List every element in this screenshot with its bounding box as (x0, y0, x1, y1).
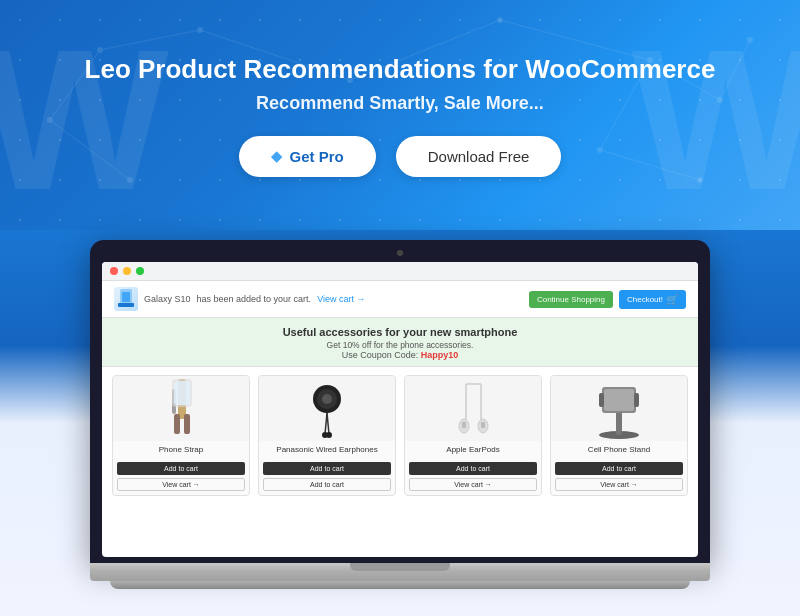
watermark-right: W (631, 20, 800, 220)
product-image-earphones (259, 376, 395, 441)
svg-point-6 (747, 37, 753, 43)
svg-rect-26 (184, 414, 190, 434)
svg-point-10 (697, 177, 703, 183)
cart-bar-right: Continue Shopping Checkout! 🛒 (529, 290, 686, 309)
svg-line-18 (600, 150, 700, 180)
add-to-cart-stand[interactable]: Add to cart (555, 462, 683, 475)
svg-rect-43 (481, 422, 485, 428)
svg-line-11 (100, 30, 200, 50)
svg-point-7 (47, 117, 53, 123)
laptop-screen: Galaxy S10 has been added to your cart. … (102, 262, 698, 557)
products-area: Phone Strap Add to cart View cart → (102, 367, 698, 504)
cart-added-text: has been added to your cart. (197, 294, 312, 304)
view-cart-earpods[interactable]: View cart → (409, 478, 537, 491)
product-name-stand: Cell Phone Stand (551, 441, 687, 458)
svg-point-32 (322, 394, 332, 404)
watermark-left: W (0, 20, 169, 220)
products-grid: Phone Strap Add to cart View cart → (112, 375, 688, 496)
coupon-code: Happy10 (421, 350, 459, 360)
continue-shopping-button[interactable]: Continue Shopping (529, 291, 613, 308)
product-image-phone-strap (113, 376, 249, 441)
product-actions-earpods: Add to cart View cart → (405, 458, 541, 495)
product-name-earpods: Apple EarPods (405, 441, 541, 458)
laptop-section: Galaxy S10 has been added to your cart. … (0, 230, 800, 616)
laptop-base (90, 563, 710, 581)
svg-line-17 (50, 120, 130, 180)
add-to-cart-earpods[interactable]: Add to cart (409, 462, 537, 475)
product-actions-phone-strap: Add to cart View cart → (113, 458, 249, 495)
recommendation-banner: Useful accessories for your new smartpho… (102, 318, 698, 367)
cart-product-thumbnail (114, 287, 138, 311)
view-cart-earphones[interactable]: Add to cart (263, 478, 391, 491)
rec-banner-title: Useful accessories for your new smartpho… (112, 326, 688, 338)
laptop-bottom (110, 581, 690, 589)
browser-dot-green (136, 267, 144, 275)
svg-rect-22 (122, 292, 130, 302)
svg-point-9 (597, 147, 603, 153)
hero-section: W W Leo Product Recommendations for WooC… (0, 0, 800, 230)
laptop: Galaxy S10 has been added to your cart. … (90, 240, 710, 589)
product-image-earpods (405, 376, 541, 441)
view-cart-phone-strap[interactable]: View cart → (117, 478, 245, 491)
laptop-screen-outer: Galaxy S10 has been added to your cart. … (90, 240, 710, 563)
view-cart-stand[interactable]: View cart → (555, 478, 683, 491)
svg-point-36 (326, 432, 332, 438)
svg-rect-49 (634, 393, 639, 407)
add-to-cart-earphones[interactable]: Add to cart (263, 462, 391, 475)
product-card-stand: Cell Phone Stand Add to cart View cart → (550, 375, 688, 496)
product-name-phone-strap: Phone Strap (113, 441, 249, 458)
product-card-earpods: Apple EarPods Add to cart View cart → (404, 375, 542, 496)
product-card-earphones: Panasonic Wired Earphones Add to cart Ad… (258, 375, 396, 496)
view-cart-link[interactable]: View cart → (317, 294, 365, 304)
product-actions-earphones: Add to cart Add to cart (259, 458, 395, 495)
svg-line-16 (720, 40, 750, 100)
laptop-camera (397, 250, 403, 256)
svg-point-0 (97, 47, 103, 53)
svg-rect-42 (462, 422, 466, 428)
cart-notification-bar: Galaxy S10 has been added to your cart. … (102, 281, 698, 318)
add-to-cart-phone-strap[interactable]: Add to cart (117, 462, 245, 475)
browser-dot-yellow (123, 267, 131, 275)
svg-rect-25 (174, 414, 180, 434)
hero-title: Leo Product Recommendations for WooComme… (85, 54, 716, 85)
hero-subtitle: Recommend Smartly, Sale More... (256, 93, 544, 114)
product-card-phone-strap: Phone Strap Add to cart View cart → (112, 375, 250, 496)
browser-bar (102, 262, 698, 281)
svg-point-5 (717, 97, 723, 103)
rec-banner-discount: Get 10% off for the phone accessories. (112, 340, 688, 350)
cart-product-name: Galaxy S10 (144, 294, 191, 304)
diamond-icon: ◆ (271, 148, 282, 164)
product-name-earphones: Panasonic Wired Earphones (259, 441, 395, 458)
svg-line-34 (327, 413, 329, 434)
checkout-button[interactable]: Checkout! 🛒 (619, 290, 686, 309)
svg-point-8 (127, 177, 133, 183)
svg-rect-29 (174, 381, 190, 405)
svg-rect-48 (599, 393, 604, 407)
product-image-stand (551, 376, 687, 441)
svg-point-1 (197, 27, 203, 33)
cart-bar-left: Galaxy S10 has been added to your cart. … (114, 287, 365, 311)
svg-rect-47 (604, 389, 634, 411)
hero-buttons: ◆ Get Pro Download Free (239, 136, 562, 177)
download-free-button[interactable]: Download Free (396, 136, 562, 177)
svg-point-3 (497, 17, 503, 23)
browser-dot-red (110, 267, 118, 275)
get-pro-button[interactable]: ◆ Get Pro (239, 136, 376, 177)
product-actions-stand: Add to cart View cart → (551, 458, 687, 495)
laptop-notch (350, 563, 450, 571)
cart-icon: 🛒 (666, 294, 678, 305)
rec-banner-coupon: Use Coupon Code: Happy10 (112, 350, 688, 360)
svg-rect-23 (118, 303, 134, 307)
